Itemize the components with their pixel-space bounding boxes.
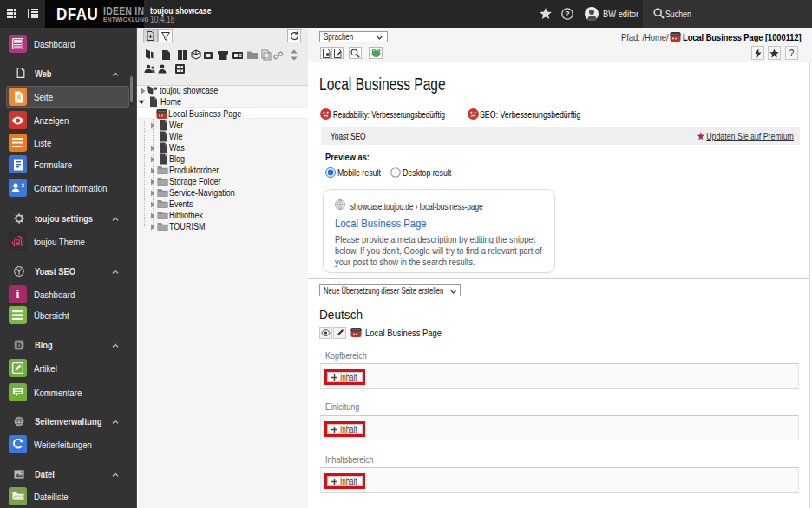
svg-text:?: ?: [565, 10, 570, 18]
svg-text:b: b: [16, 341, 22, 349]
